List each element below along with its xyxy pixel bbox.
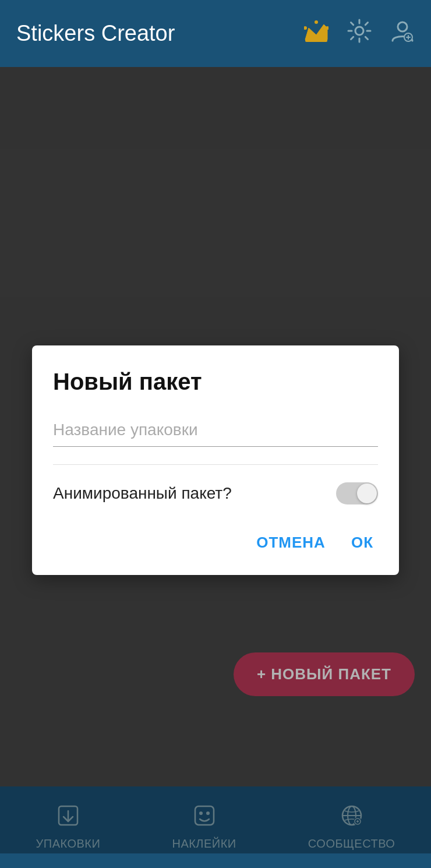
svg-rect-1 [305,38,327,42]
toggle-label: Анимированный пакет? [53,484,232,503]
app-header: Stickers Creator [0,0,431,67]
svg-point-6 [398,22,407,31]
svg-marker-0 [305,24,327,40]
toggle-thumb [357,484,377,503]
svg-point-2 [304,26,307,30]
crown-icon[interactable] [304,20,328,48]
package-name-input[interactable] [53,416,378,447]
main-content: Новый пакет Анимированный пакет? ОТМЕНА … [0,67,431,786]
dialog-divider [53,464,378,465]
toggle-row: Анимированный пакет? [53,482,378,504]
animated-package-toggle[interactable] [336,482,378,504]
cancel-button[interactable]: ОТМЕНА [252,528,330,558]
header-icons [304,19,415,49]
profile-icon[interactable] [390,19,415,49]
svg-point-5 [355,27,363,35]
ok-button[interactable]: ОК [347,528,378,558]
app-title: Stickers Creator [16,21,304,46]
input-wrapper [53,416,378,447]
dialog-title: Новый пакет [53,369,378,395]
dialog-overlay: Новый пакет Анимированный пакет? ОТМЕНА … [0,67,431,853]
dialog-actions: ОТМЕНА ОК [53,528,378,558]
settings-icon[interactable] [347,19,372,49]
svg-point-4 [315,20,318,24]
new-package-dialog: Новый пакет Анимированный пакет? ОТМЕНА … [32,345,399,575]
